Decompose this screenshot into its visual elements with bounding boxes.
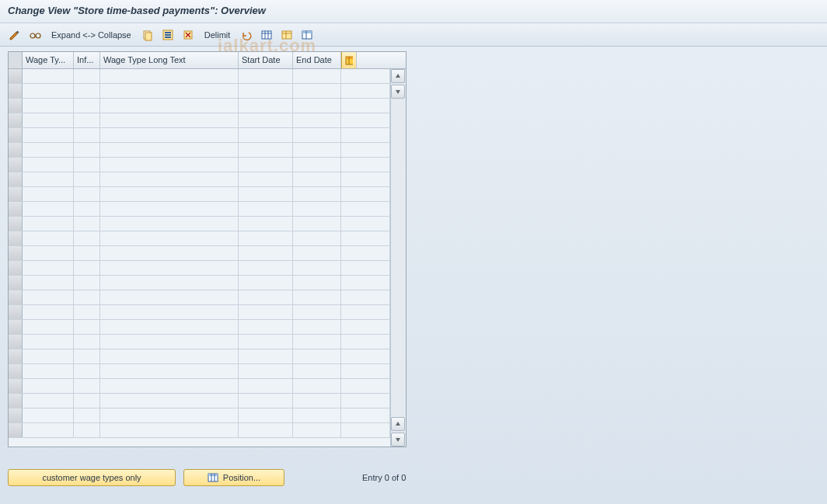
col-end-date[interactable]: End Date (293, 52, 341, 68)
table-row[interactable] (9, 364, 390, 379)
cell-inf[interactable] (74, 349, 100, 363)
cell-wage-type[interactable] (23, 290, 74, 304)
scroll-down-icon[interactable] (391, 85, 405, 99)
cell-wage-type[interactable] (23, 408, 74, 422)
cell-wage-type[interactable] (23, 187, 74, 201)
expand-collapse-button[interactable]: Expand <-> Collapse (47, 30, 136, 40)
table-row[interactable] (9, 128, 390, 143)
cell-start-date[interactable] (239, 349, 293, 363)
pencil-icon[interactable] (6, 27, 23, 43)
cell-start-date[interactable] (239, 290, 293, 304)
table-row[interactable] (9, 246, 390, 261)
delimit-button[interactable]: Delimit (200, 30, 236, 40)
table-row[interactable] (9, 231, 390, 246)
cell-end-date[interactable] (293, 261, 341, 275)
cell-start-date[interactable] (239, 423, 293, 437)
cell-wage-type[interactable] (23, 84, 74, 98)
position-button[interactable]: Position... (183, 469, 284, 486)
cell-wage-type[interactable] (23, 113, 74, 127)
cell-end-date[interactable] (293, 335, 341, 349)
cell-end-date[interactable] (293, 202, 341, 216)
cell-inf[interactable] (74, 290, 100, 304)
table-row[interactable] (9, 349, 390, 364)
cell-start-date[interactable] (239, 320, 293, 334)
cell-end-date[interactable] (293, 99, 341, 113)
cell-end-date[interactable] (293, 320, 341, 334)
copy-icon[interactable] (139, 27, 156, 43)
cell-end-date[interactable] (293, 187, 341, 201)
table-row[interactable] (9, 69, 390, 84)
cell-wage-type-long[interactable] (100, 261, 239, 275)
cell-end-date[interactable] (293, 143, 341, 157)
cell-end-date[interactable] (293, 408, 341, 422)
col-wage-type-long[interactable]: Wage Type Long Text (100, 52, 239, 68)
cell-end-date[interactable] (293, 379, 341, 393)
cell-start-date[interactable] (239, 187, 293, 201)
cell-end-date[interactable] (293, 276, 341, 290)
cell-wage-type[interactable] (23, 349, 74, 363)
cell-end-date[interactable] (293, 349, 341, 363)
cell-inf[interactable] (74, 231, 100, 245)
cell-wage-type-long[interactable] (100, 172, 239, 186)
cell-wage-type-long[interactable] (100, 364, 239, 378)
row-selector[interactable] (9, 187, 23, 201)
glasses-icon[interactable] (26, 27, 44, 43)
col-inf[interactable]: Inf... (74, 52, 100, 68)
cell-wage-type-long[interactable] (100, 128, 239, 142)
cell-wage-type-long[interactable] (100, 217, 239, 231)
cell-start-date[interactable] (239, 408, 293, 422)
cell-inf[interactable] (74, 320, 100, 334)
cell-wage-type[interactable] (23, 143, 74, 157)
cell-start-date[interactable] (239, 364, 293, 378)
undo-icon[interactable] (238, 27, 255, 43)
cell-wage-type-long[interactable] (100, 187, 239, 201)
cell-start-date[interactable] (239, 128, 293, 142)
cell-wage-type[interactable] (23, 128, 74, 142)
cell-end-date[interactable] (293, 394, 341, 408)
cell-start-date[interactable] (239, 217, 293, 231)
table-row[interactable] (9, 261, 390, 276)
cell-wage-type-long[interactable] (100, 246, 239, 260)
cell-wage-type[interactable] (23, 172, 74, 186)
cell-end-date[interactable] (293, 128, 341, 142)
cell-inf[interactable] (74, 246, 100, 260)
row-selector[interactable] (9, 172, 23, 186)
cell-inf[interactable] (74, 379, 100, 393)
cell-wage-type-long[interactable] (100, 394, 239, 408)
row-selector[interactable] (9, 349, 23, 363)
cell-wage-type[interactable] (23, 394, 74, 408)
cell-end-date[interactable] (293, 290, 341, 304)
row-selector[interactable] (9, 143, 23, 157)
row-selector[interactable] (9, 202, 23, 216)
cell-end-date[interactable] (293, 172, 341, 186)
cell-wage-type[interactable] (23, 202, 74, 216)
cell-inf[interactable] (74, 202, 100, 216)
table-config-icon[interactable] (341, 52, 357, 68)
table-row[interactable] (9, 290, 390, 305)
row-selector[interactable] (9, 290, 23, 304)
cell-start-date[interactable] (239, 202, 293, 216)
row-selector[interactable] (9, 99, 23, 113)
row-selector[interactable] (9, 231, 23, 245)
cell-wage-type-long[interactable] (100, 408, 239, 422)
cell-inf[interactable] (74, 187, 100, 201)
col-wage-type[interactable]: Wage Ty... (23, 52, 74, 68)
cell-wage-type[interactable] (23, 379, 74, 393)
cell-wage-type[interactable] (23, 69, 74, 83)
cell-wage-type-long[interactable] (100, 423, 239, 437)
cell-wage-type-long[interactable] (100, 99, 239, 113)
cell-wage-type-long[interactable] (100, 69, 239, 83)
table-row[interactable] (9, 335, 390, 349)
cell-wage-type-long[interactable] (100, 143, 239, 157)
row-selector[interactable] (9, 217, 23, 231)
table-row[interactable] (9, 84, 390, 99)
table-row[interactable] (9, 202, 390, 217)
row-selector[interactable] (9, 423, 23, 437)
cell-wage-type-long[interactable] (100, 379, 239, 393)
cell-wage-type-long[interactable] (100, 305, 239, 319)
cell-start-date[interactable] (239, 394, 293, 408)
table-row[interactable] (9, 423, 390, 438)
cell-inf[interactable] (74, 84, 100, 98)
cell-wage-type-long[interactable] (100, 202, 239, 216)
cell-inf[interactable] (74, 408, 100, 422)
